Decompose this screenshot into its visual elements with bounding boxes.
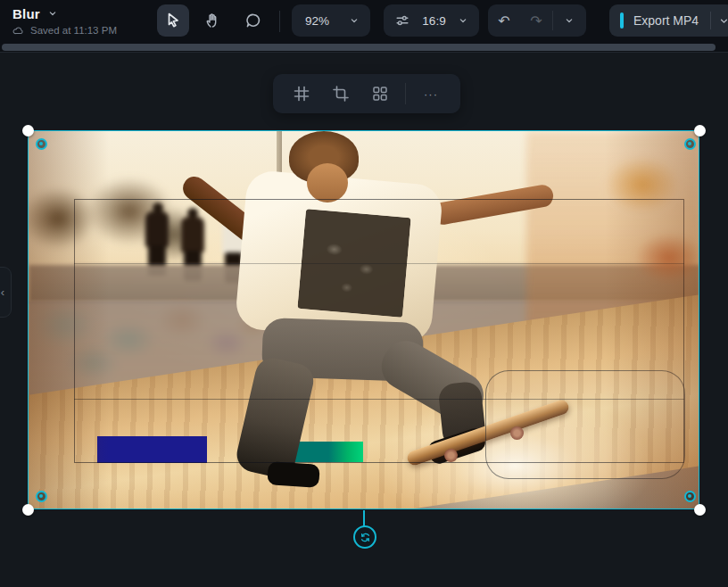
rotate-handle[interactable] xyxy=(353,525,376,549)
rotate-icon xyxy=(360,532,371,543)
corner-radius-handle-bottom-right[interactable] xyxy=(684,491,696,502)
comment-tool-button[interactable] xyxy=(237,4,269,37)
toolbar-divider xyxy=(279,11,280,32)
photo-vignette xyxy=(29,131,699,508)
project-info: Blur Saved at 11:13 PM xyxy=(12,4,117,36)
frame-icon xyxy=(293,85,310,103)
chevron-down-icon xyxy=(47,8,58,19)
corner-radius-handle-top-right[interactable] xyxy=(684,138,696,150)
toolbar-divider xyxy=(405,83,406,104)
aspect-ratio-value: 16:9 xyxy=(418,14,451,28)
grid-2x2-icon xyxy=(371,85,389,103)
resize-handle-bottom-left[interactable] xyxy=(22,504,34,516)
select-tool-button[interactable] xyxy=(157,4,189,37)
aspect-ratio-dropdown[interactable]: 16:9 xyxy=(384,4,479,37)
more-options-button[interactable]: ··· xyxy=(417,87,445,101)
corner-radius-handle-top-left[interactable] xyxy=(36,138,47,150)
rotation-stem xyxy=(363,510,365,526)
resize-handle-bottom-right[interactable] xyxy=(694,504,706,516)
export-divider xyxy=(710,12,711,29)
save-status: Saved at 11:13 PM xyxy=(12,25,117,36)
tool-group xyxy=(157,4,269,37)
cursor-icon xyxy=(164,12,182,29)
export-label: Export MP4 xyxy=(633,13,699,28)
export-mp4-button[interactable]: Export MP4 xyxy=(609,4,728,37)
selection-context-toolbar: ··· xyxy=(273,74,460,113)
frame-grid-button[interactable] xyxy=(287,79,316,108)
corner-radius-handle-bottom-left[interactable] xyxy=(36,491,47,502)
hand-tool-button[interactable] xyxy=(197,4,229,37)
undo-button[interactable]: ↶ xyxy=(488,4,520,37)
resize-handle-top-right[interactable] xyxy=(694,125,706,136)
horizontal-scrollbar[interactable] xyxy=(2,44,716,51)
zoom-level-dropdown[interactable]: 92% xyxy=(292,4,370,37)
chevron-down-icon xyxy=(349,15,360,26)
history-group: ↶ ↷ xyxy=(488,4,586,37)
sliders-icon xyxy=(394,12,410,29)
crop-icon xyxy=(332,85,350,103)
chevron-left-icon: ‹ xyxy=(1,285,4,299)
redo-button[interactable]: ↷ xyxy=(520,4,552,37)
crop-button[interactable] xyxy=(327,79,355,108)
export-options-chevron-icon[interactable] xyxy=(718,15,728,27)
hand-icon xyxy=(204,12,222,29)
zoom-level-value: 92% xyxy=(305,14,329,28)
history-menu-button[interactable] xyxy=(553,4,585,37)
chevron-down-icon xyxy=(458,15,468,26)
collapse-panel-toggle[interactable]: ‹ xyxy=(0,267,12,318)
resize-handle-top-left[interactable] xyxy=(22,125,34,136)
comment-bubble-icon xyxy=(244,12,262,29)
cloud-saved-icon xyxy=(12,25,25,36)
page-title: Blur xyxy=(12,6,40,21)
save-status-text: Saved at 11:13 PM xyxy=(30,25,117,36)
project-title-menu[interactable]: Blur xyxy=(12,4,117,23)
layout-grid-button[interactable] xyxy=(366,79,394,108)
selected-image-layer[interactable] xyxy=(28,130,699,509)
export-progress-accent xyxy=(620,12,624,29)
